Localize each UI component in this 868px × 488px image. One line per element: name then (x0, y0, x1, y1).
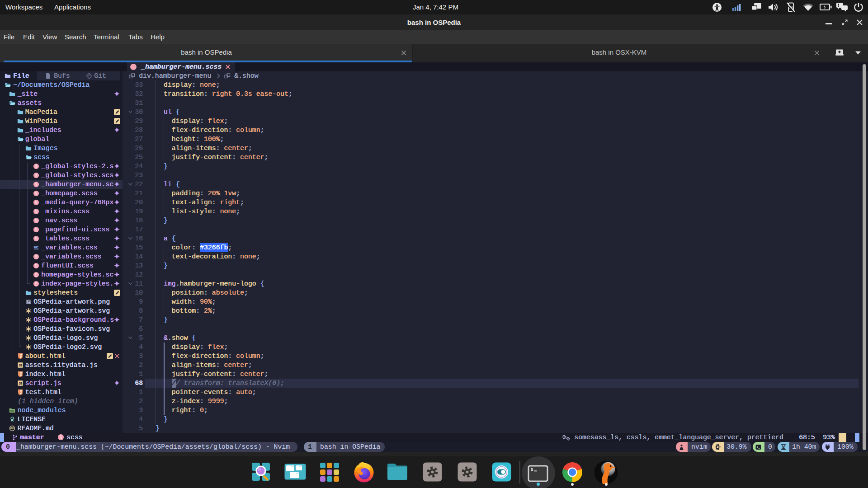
svg-text:JS: JS (19, 382, 23, 385)
svg-text:npm: npm (10, 410, 13, 412)
svg-text:PD: PD (10, 427, 14, 430)
svg-text:JS: JS (19, 364, 23, 367)
